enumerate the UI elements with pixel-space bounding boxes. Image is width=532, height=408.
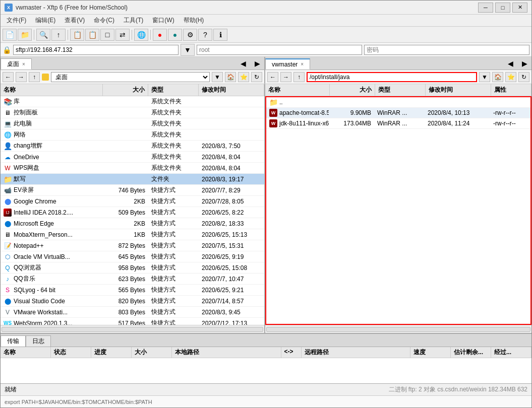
right-tab-prev[interactable]: ◀ bbox=[503, 57, 517, 70]
toolbar-btn-4[interactable]: 📋 bbox=[85, 29, 99, 41]
table-row[interactable]: ⬡ Oracle VM VirtualB... 645 Bytes 快捷方式 2… bbox=[1, 251, 264, 262]
left-header-mtime[interactable]: 修改时间 bbox=[199, 84, 264, 96]
menu-window[interactable]: 窗口(W) bbox=[148, 15, 178, 26]
menu-view[interactable]: 查看(V) bbox=[61, 15, 89, 26]
left-file-scroll[interactable]: 📚 库 系统文件夹 🖥 控制面板 系统文件夹 bbox=[1, 96, 264, 325]
table-row[interactable]: ⬤ Google Chrome 2KB 快捷方式 2020/7/28, 8:05 bbox=[1, 196, 264, 207]
left-tab-next[interactable]: ▶ bbox=[250, 57, 264, 70]
left-header-size[interactable]: 大小 bbox=[103, 84, 148, 96]
t-header-progress[interactable]: 进度 bbox=[91, 347, 132, 358]
left-nav-bookmark[interactable]: ⭐ bbox=[238, 72, 249, 82]
left-header-type[interactable]: 类型 bbox=[148, 84, 199, 96]
left-hscroll[interactable] bbox=[1, 325, 264, 333]
maximize-button[interactable]: □ bbox=[495, 3, 510, 13]
right-nav-forward[interactable]: → bbox=[280, 72, 291, 82]
toolbar-btn-5[interactable]: □ bbox=[100, 29, 114, 41]
menu-tools[interactable]: 工具(T) bbox=[120, 15, 147, 26]
close-button[interactable]: ✕ bbox=[512, 3, 527, 13]
right-path-input[interactable] bbox=[307, 72, 477, 82]
menu-file[interactable]: 文件(F) bbox=[3, 15, 30, 26]
toolbar-btn-globe[interactable]: 🌐 bbox=[134, 29, 148, 41]
table-row[interactable]: WS WebStorm 2020.1.3... 517 Bytes 快捷方式 2… bbox=[1, 318, 264, 325]
table-row[interactable]: 🖥 MobaXterm_Person... 1KB 快捷方式 2020/6/25… bbox=[1, 229, 264, 240]
left-nav-up[interactable]: ↑ bbox=[29, 72, 40, 82]
right-nav-bookmark[interactable]: ⭐ bbox=[505, 72, 516, 82]
toolbar-btn-teal[interactable]: ● bbox=[168, 29, 182, 41]
left-nav-forward[interactable]: → bbox=[16, 72, 27, 82]
toolbar-btn-6[interactable]: ⇄ bbox=[115, 29, 130, 41]
right-tab-next[interactable]: ▶ bbox=[517, 57, 531, 70]
toolbar-btn-open[interactable]: 📁 bbox=[18, 29, 32, 41]
minimize-button[interactable]: ─ bbox=[478, 3, 493, 13]
right-nav-home[interactable]: 🏠 bbox=[492, 72, 503, 82]
left-nav-dropdown[interactable]: ▼ bbox=[212, 72, 223, 82]
right-tab-vwmaster[interactable]: vwmaster × bbox=[265, 58, 310, 70]
username-input[interactable] bbox=[197, 45, 362, 55]
transfer-tab-log[interactable]: 日志 bbox=[26, 335, 51, 347]
table-row[interactable]: 📚 库 系统文件夹 bbox=[1, 96, 264, 107]
connect-dropdown[interactable]: ▼ bbox=[181, 44, 195, 56]
table-row[interactable]: W apache-tomcat-8.5.... 9.90MB WinRAR ..… bbox=[266, 108, 530, 118]
left-hscroll-track[interactable] bbox=[2, 327, 263, 332]
t-header-size[interactable]: 大小 bbox=[132, 347, 172, 358]
table-row[interactable]: ♪ QQ音乐 623 Bytes 快捷方式 2020/7/7, 10:47 bbox=[1, 274, 264, 285]
table-row[interactable]: S SQLyog - 64 bit 565 Bytes 快捷方式 2020/6/… bbox=[1, 285, 264, 296]
toolbar-btn-gear[interactable]: ⚙ bbox=[183, 29, 197, 41]
right-nav-up[interactable]: ↑ bbox=[293, 72, 305, 82]
address-input[interactable] bbox=[13, 45, 179, 55]
toolbar-btn-red[interactable]: ● bbox=[153, 29, 167, 41]
table-row[interactable]: 🖥 控制面板 系统文件夹 bbox=[1, 107, 264, 118]
table-row[interactable]: 🌐 网络 系统文件夹 bbox=[1, 129, 264, 141]
menu-help[interactable]: 帮助(H) bbox=[180, 15, 208, 26]
left-tab-desktop[interactable]: 桌面 × bbox=[1, 58, 32, 70]
t-header-name[interactable]: 名称 bbox=[1, 347, 51, 358]
table-row[interactable]: IJ IntelliJ IDEA 2018.2.... 509 Bytes 快捷… bbox=[1, 207, 264, 218]
right-file-scroll[interactable]: 📁 .. W apache-tomcat-8.5.... 9.90MB Win bbox=[265, 96, 531, 325]
t-header-remotepath[interactable]: 远程路径 bbox=[302, 347, 411, 358]
right-header-attr[interactable]: 属性 bbox=[491, 84, 531, 96]
table-row[interactable]: ☁ OneDrive 系统文件夹 2020/8/4, 8:04 bbox=[1, 152, 264, 163]
left-nav-home[interactable]: 🏠 bbox=[225, 72, 236, 82]
right-hscroll[interactable] bbox=[265, 325, 531, 333]
toolbar-btn-info[interactable]: ℹ bbox=[213, 29, 227, 41]
menu-edit[interactable]: 编辑(E) bbox=[31, 15, 60, 26]
table-row[interactable]: W jdk-8u111-linux-x64... 173.04MB WinRAR… bbox=[266, 118, 530, 129]
toolbar-btn-new[interactable]: 📄 bbox=[3, 29, 17, 41]
table-row[interactable]: 📁 .. bbox=[266, 97, 530, 108]
table-row[interactable]: ⬤ Visual Studio Code 820 Bytes 快捷方式 2020… bbox=[1, 296, 264, 307]
right-header-size[interactable]: 大小 bbox=[330, 84, 375, 96]
toolbar-btn-help[interactable]: ? bbox=[198, 29, 212, 41]
left-header-name[interactable]: 名称 bbox=[1, 84, 103, 96]
left-path-combo[interactable]: 桌面 bbox=[51, 72, 210, 82]
t-header-localpath[interactable]: 本地路径 bbox=[172, 347, 281, 358]
t-header-elapsed[interactable]: 经过... bbox=[491, 347, 531, 358]
table-row[interactable]: 📁 默写 文件夹 2020/8/3, 19:17 bbox=[1, 174, 264, 185]
toolbar-btn-up[interactable]: ↑ bbox=[51, 29, 66, 41]
right-nav-back[interactable]: ← bbox=[267, 72, 278, 82]
right-header-type[interactable]: 类型 bbox=[375, 84, 426, 96]
left-nav-refresh[interactable]: ↻ bbox=[251, 72, 262, 82]
transfer-tab-main[interactable]: 传输 bbox=[1, 335, 26, 347]
right-header-mtime[interactable]: 修改时间 bbox=[426, 84, 491, 96]
table-row[interactable]: 📹 EV录屏 746 Bytes 快捷方式 2020/7/7, 8:29 bbox=[1, 185, 264, 196]
t-header-speed[interactable]: 速度 bbox=[410, 347, 451, 358]
toolbar-btn-3[interactable]: 📋 bbox=[70, 29, 84, 41]
left-tab-prev[interactable]: ◀ bbox=[236, 57, 250, 70]
table-row[interactable]: 📝 Notepad++ 872 Bytes 快捷方式 2020/7/5, 15:… bbox=[1, 240, 264, 251]
table-row[interactable]: Q QQ浏览器 958 Bytes 快捷方式 2020/6/25, 15:08 bbox=[1, 262, 264, 274]
table-row[interactable]: ⬤ Microsoft Edge 2KB 快捷方式 2020/8/2, 18:3… bbox=[1, 218, 264, 229]
right-tab-close[interactable]: × bbox=[301, 61, 304, 67]
t-header-status[interactable]: 状态 bbox=[51, 347, 91, 358]
right-hscroll-track[interactable] bbox=[266, 327, 530, 332]
table-row[interactable]: V VMware Workstati... 803 Bytes 快捷方式 202… bbox=[1, 307, 264, 318]
left-tab-close[interactable]: × bbox=[22, 61, 25, 67]
table-row[interactable]: W WPS网盘 系统文件夹 2020/8/4, 8:04 bbox=[1, 163, 264, 174]
right-nav-refresh[interactable]: ↻ bbox=[518, 72, 529, 82]
table-row[interactable]: 💻 此电脑 系统文件夹 bbox=[1, 118, 264, 129]
menu-command[interactable]: 命令(C) bbox=[90, 15, 119, 26]
table-row[interactable]: 👤 chang增辉 系统文件夹 2020/8/3, 7:50 bbox=[1, 141, 264, 152]
right-nav-dropdown[interactable]: ▼ bbox=[479, 72, 490, 82]
t-header-remain[interactable]: 估计剩余... bbox=[451, 347, 491, 358]
right-header-name[interactable]: 名称 bbox=[265, 84, 330, 96]
left-nav-back[interactable]: ← bbox=[3, 72, 14, 82]
